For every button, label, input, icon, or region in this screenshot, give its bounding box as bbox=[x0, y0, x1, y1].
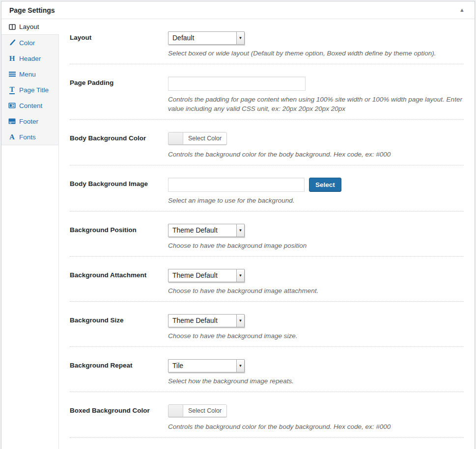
background-position-description: Choose to have the background image posi… bbox=[168, 241, 464, 250]
menu-icon bbox=[8, 71, 16, 77]
background-position-select[interactable]: Theme Default ▼ bbox=[168, 224, 245, 237]
layout-label: Layout bbox=[70, 31, 168, 58]
select-color-label: Select Color bbox=[183, 405, 226, 417]
row-background-position: Background Position Theme Default ▼ Choo… bbox=[70, 211, 464, 257]
body-background-image-select-button[interactable]: Select bbox=[309, 178, 341, 192]
sidebar-item-label: Page Title bbox=[19, 86, 49, 94]
sidebar-item-menu[interactable]: Menu bbox=[1, 66, 58, 82]
settings-sidebar: Layout Color H Header Menu bbox=[1, 19, 59, 449]
background-position-label: Background Position bbox=[70, 224, 168, 250]
background-attachment-select-value: Theme Default bbox=[168, 269, 236, 282]
row-background-attachment: Background Attachment Theme Default ▼ Ch… bbox=[70, 257, 464, 302]
letter-h-icon: H bbox=[8, 55, 16, 62]
sidebar-item-color[interactable]: Color bbox=[1, 35, 58, 51]
sidebar-item-label: Fonts bbox=[19, 133, 36, 141]
dropdown-arrow-icon: ▼ bbox=[236, 315, 244, 327]
background-size-select-value: Theme Default bbox=[168, 315, 236, 327]
row-page-padding: Page Padding Controls the padding for pa… bbox=[70, 64, 464, 120]
page-padding-description: Controls the padding for page content wh… bbox=[168, 95, 464, 113]
background-size-select[interactable]: Theme Default ▼ bbox=[168, 314, 245, 327]
collapse-panel-button[interactable]: ▲ bbox=[457, 5, 467, 15]
sidebar-item-label: Header bbox=[19, 55, 41, 62]
layout-select-value: Default bbox=[168, 32, 236, 44]
footer-icon bbox=[8, 118, 16, 124]
sidebar-item-layout[interactable]: Layout bbox=[1, 19, 59, 35]
dropdown-arrow-icon: ▼ bbox=[236, 269, 244, 282]
color-swatch bbox=[168, 405, 183, 417]
row-body-background-color: Body Background Color Select Color Contr… bbox=[70, 120, 464, 165]
brush-icon bbox=[8, 39, 16, 46]
row-boxed-background-color: Boxed Background Color Select Color Cont… bbox=[70, 392, 464, 438]
sidebar-item-page-title[interactable]: T Page Title bbox=[1, 82, 58, 98]
background-attachment-description: Choose to have the background image atta… bbox=[168, 286, 464, 295]
background-attachment-select[interactable]: Theme Default ▼ bbox=[168, 269, 245, 282]
letter-t-icon: T bbox=[8, 86, 16, 94]
page-padding-input[interactable] bbox=[168, 77, 306, 91]
row-background-repeat: Background Repeat Tile ▼ Select how the … bbox=[70, 347, 464, 392]
page-settings-metabox: Page Settings ▲ Layout Color bbox=[1, 1, 475, 449]
row-layout: Layout Default ▼ Select boxed or wide la… bbox=[70, 19, 464, 64]
sidebar-item-header[interactable]: H Header bbox=[1, 51, 58, 66]
boxed-background-color-description: Controls the background color for the bo… bbox=[168, 422, 464, 431]
dropdown-arrow-icon: ▼ bbox=[236, 32, 244, 44]
row-background-size: Background Size Theme Default ▼ Choose t… bbox=[70, 302, 464, 347]
metabox-header: Page Settings ▲ bbox=[1, 1, 475, 19]
color-swatch bbox=[168, 132, 183, 144]
row-body-background-image: Body Background Image Select Select an i… bbox=[70, 165, 464, 211]
background-repeat-label: Background Repeat bbox=[70, 359, 168, 386]
body-background-image-label: Body Background Image bbox=[70, 178, 168, 205]
columns-icon bbox=[8, 24, 16, 30]
body-background-color-label: Body Background Color bbox=[70, 132, 168, 159]
page-padding-label: Page Padding bbox=[70, 77, 168, 113]
layout-description: Select boxed or wide layout (Default by … bbox=[168, 49, 464, 58]
content-card-icon bbox=[8, 103, 16, 108]
settings-content: Layout Default ▼ Select boxed or wide la… bbox=[59, 19, 475, 449]
sidebar-item-label: Layout bbox=[19, 23, 39, 30]
layout-select[interactable]: Default ▼ bbox=[168, 31, 245, 45]
sidebar-item-fonts[interactable]: A Fonts bbox=[1, 129, 58, 145]
dropdown-arrow-icon: ▼ bbox=[236, 224, 244, 237]
sidebar-item-footer[interactable]: Footer bbox=[1, 113, 58, 129]
background-repeat-description: Select how the background image repeats. bbox=[168, 376, 464, 386]
boxed-background-color-picker-button[interactable]: Select Color bbox=[168, 404, 227, 417]
letter-a-icon: A bbox=[8, 133, 16, 141]
sidebar-item-label: Color bbox=[19, 39, 35, 47]
row-boxed-background-image: Boxed Background Image Select Select an … bbox=[70, 438, 464, 449]
dropdown-arrow-icon: ▼ bbox=[236, 360, 244, 372]
body-background-color-picker-button[interactable]: Select Color bbox=[168, 132, 227, 145]
background-repeat-select[interactable]: Tile ▼ bbox=[168, 359, 245, 372]
boxed-background-color-label: Boxed Background Color bbox=[70, 404, 168, 431]
sidebar-item-label: Menu bbox=[19, 71, 36, 78]
background-repeat-select-value: Tile bbox=[168, 360, 236, 372]
background-size-description: Choose to have the background image size… bbox=[168, 331, 464, 341]
background-position-select-value: Theme Default bbox=[168, 224, 236, 237]
sidebar-item-label: Content bbox=[19, 102, 42, 109]
sidebar-item-content[interactable]: Content bbox=[1, 98, 58, 113]
background-attachment-label: Background Attachment bbox=[70, 269, 168, 295]
body-background-image-description: Select an image to use for the backgroun… bbox=[168, 196, 464, 205]
body-background-color-description: Controls the background color for the bo… bbox=[168, 150, 464, 159]
background-size-label: Background Size bbox=[70, 314, 168, 341]
select-color-label: Select Color bbox=[183, 132, 226, 144]
sidebar-item-label: Footer bbox=[19, 118, 38, 125]
sidebar-tab-list: Layout Color H Header Menu bbox=[1, 19, 58, 145]
page-title: Page Settings bbox=[9, 6, 457, 14]
body-background-image-input[interactable] bbox=[168, 178, 305, 192]
